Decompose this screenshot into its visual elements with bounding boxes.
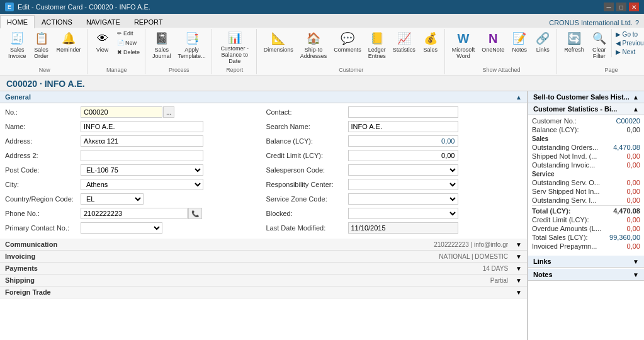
outstanding-orders-value[interactable]: 4,470.08 bbox=[613, 144, 640, 151]
right-panel-header[interactable]: Sell-to Customer Sales Hist... ▲ bbox=[528, 91, 644, 103]
next-button[interactable]: ▶ Next bbox=[614, 48, 644, 56]
links-button[interactable]: 🔗 Links bbox=[531, 29, 554, 65]
microsoft-word-button[interactable]: W MicrosoftWord bbox=[449, 29, 478, 65]
view-button[interactable]: 👁 View bbox=[91, 29, 114, 65]
servicezone-row: Service Zone Code: bbox=[266, 193, 523, 205]
close-button[interactable]: ✕ bbox=[629, 3, 639, 11]
general-section-header[interactable]: General ▲ bbox=[0, 91, 527, 103]
phone-call-button[interactable]: 📞 bbox=[188, 208, 202, 219]
onenote-icon: N bbox=[485, 31, 500, 46]
serv-shipped-value: 0,00 bbox=[627, 188, 640, 195]
servicezone-select[interactable] bbox=[348, 193, 458, 205]
outstanding-orders-stat: Outstanding Orders... 4,470.08 bbox=[532, 144, 640, 151]
edit-button[interactable]: ✏ Edit bbox=[115, 29, 143, 38]
sales-order-button[interactable]: 📋 SalesOrder bbox=[30, 29, 53, 65]
communication-header[interactable]: Communication 2102222223 | info@info.gr … bbox=[0, 239, 527, 250]
word-icon: W bbox=[456, 31, 471, 46]
onenote-button[interactable]: N OneNote bbox=[478, 29, 507, 65]
tab-home[interactable]: HOME bbox=[0, 15, 35, 28]
customer-stats-chevron: ▲ bbox=[633, 106, 639, 113]
shipping-header[interactable]: Shipping Partial ▼ bbox=[0, 275, 527, 286]
customer-no-value[interactable]: C00020 bbox=[616, 117, 640, 125]
customer-stats-header[interactable]: Customer Statistics - Bi... ▲ bbox=[528, 103, 644, 115]
links-section-header[interactable]: Links ▼ bbox=[528, 256, 644, 268]
balance-lcy-value: 0,00 bbox=[627, 126, 640, 133]
payments-header[interactable]: Payments 14 DAYS ▼ bbox=[0, 263, 527, 274]
searchname-input[interactable] bbox=[348, 121, 458, 132]
customer-balance-button[interactable]: 📊 Customer -Balance to Date bbox=[216, 29, 254, 65]
creditlimit-input[interactable] bbox=[348, 150, 458, 161]
new-button[interactable]: 📄 New bbox=[115, 38, 143, 47]
ribbon-group-report: 📊 Customer -Balance to Date Report bbox=[213, 29, 257, 74]
apply-template-button[interactable]: 📑 ApplyTemplate... bbox=[175, 29, 209, 65]
ribbon-group-manage: 👁 View ✏ Edit 📄 New ✖ Delete Manage bbox=[89, 29, 146, 74]
previous-button[interactable]: ◀ Previous bbox=[614, 39, 644, 47]
responsibility-select[interactable] bbox=[348, 179, 458, 190]
primary-contact-row: Primary Contact No.: bbox=[5, 222, 261, 234]
balance-lcy-stat: Balance (LCY): 0,00 bbox=[532, 126, 640, 133]
minimize-button[interactable]: ─ bbox=[604, 3, 614, 11]
clear-filter-button[interactable]: 🔍 ClearFilter bbox=[588, 29, 611, 65]
address-row: Address: bbox=[5, 135, 261, 147]
phone-input[interactable] bbox=[81, 208, 188, 219]
city-select[interactable]: Athens bbox=[81, 179, 203, 190]
name-input[interactable] bbox=[81, 121, 203, 132]
salesperson-select[interactable] bbox=[348, 164, 458, 176]
title-bar: E Edit - Customer Card - C00020 - INFO A… bbox=[0, 0, 644, 14]
balance-input[interactable] bbox=[348, 135, 458, 147]
name-row: Name: bbox=[5, 120, 261, 133]
tab-actions[interactable]: ACTIONS bbox=[35, 15, 79, 28]
ribbon-group-page: 🔄 Refresh 🔍 ClearFilter ▶ Go to ◀ Previo… bbox=[558, 29, 644, 74]
statistics-button[interactable]: 📈 Statistics bbox=[390, 29, 419, 65]
refresh-button[interactable]: 🔄 Refresh bbox=[561, 29, 587, 65]
communication-section: Communication 2102222223 | info@info.gr … bbox=[0, 239, 527, 251]
sales-button[interactable]: 💰 Sales bbox=[419, 29, 442, 65]
blocked-select[interactable] bbox=[348, 208, 458, 219]
window-controls: ─ □ ✕ bbox=[604, 3, 639, 11]
company-name: CRONUS International Ltd. ? bbox=[544, 18, 644, 28]
dimensions-button[interactable]: 📐 Dimensions bbox=[261, 29, 297, 65]
lastdatemodified-input bbox=[348, 222, 458, 234]
sales-journal-button[interactable]: 📓 SalesJournal bbox=[149, 29, 174, 65]
ship-to-button[interactable]: 🏠 Ship-toAddresses bbox=[297, 29, 330, 65]
ledger-entries-button[interactable]: 📒 LedgerEntries bbox=[365, 29, 389, 65]
outstanding-invoice-stat: Outstanding Invoic... 0,00 bbox=[532, 161, 640, 169]
outstanding-servo-stat: Outstanding Serv. O... 0,00 bbox=[532, 179, 640, 186]
postcode-select[interactable]: EL-106 75 bbox=[81, 164, 203, 176]
primary-contact-select[interactable] bbox=[81, 222, 162, 234]
foreigntrade-header[interactable]: Foreign Trade ▼ bbox=[0, 286, 527, 298]
no-lookup-button[interactable]: ... bbox=[163, 106, 174, 118]
ribbon-group-sendto: W MicrosoftWord N OneNote 📝 Notes 🔗 Link… bbox=[446, 29, 558, 74]
comments-icon: 💬 bbox=[340, 31, 355, 46]
reminder-button[interactable]: 🔔 Reminder bbox=[54, 29, 84, 65]
address2-input[interactable] bbox=[81, 150, 203, 161]
sales-subheader: Sales bbox=[532, 135, 640, 142]
outstanding-invoice-value: 0,00 bbox=[627, 161, 640, 169]
notes-button[interactable]: 📝 Notes bbox=[508, 29, 531, 65]
tab-report[interactable]: REPORT bbox=[127, 15, 170, 28]
address-input[interactable] bbox=[81, 135, 203, 147]
clear-filter-icon: 🔍 bbox=[592, 31, 607, 46]
sales-invoice-button[interactable]: 🧾 SalesInvoice bbox=[5, 29, 30, 65]
no-input[interactable] bbox=[81, 106, 162, 118]
goto-button[interactable]: ▶ Go to bbox=[614, 30, 644, 38]
responsibility-row: Responsibility Center: bbox=[266, 178, 523, 191]
maximize-button[interactable]: □ bbox=[616, 3, 626, 11]
outstanding-servi-stat: Outstanding Serv. I... 0,00 bbox=[532, 196, 640, 204]
ribbon-tabs: HOME ACTIONS NAVIGATE REPORT CRONUS Inte… bbox=[0, 14, 644, 28]
credit-limit-value: 0,00 bbox=[627, 216, 640, 224]
ribbon-group-new: 🧾 SalesInvoice 📋 SalesOrder 🔔 Reminder N… bbox=[3, 29, 88, 74]
total-sales-value[interactable]: 99,360,00 bbox=[609, 234, 640, 241]
comments-button[interactable]: 💬 Comments bbox=[330, 29, 364, 65]
tab-navigate[interactable]: NAVIGATE bbox=[79, 15, 127, 28]
notes-section-header[interactable]: Notes ▼ bbox=[528, 269, 644, 281]
contact-input[interactable] bbox=[348, 106, 458, 118]
apply-template-icon: 📑 bbox=[184, 31, 200, 46]
delete-button[interactable]: ✖ Delete bbox=[115, 48, 143, 57]
shipped-not-invd-stat: Shipped Not Invd. (... 0,00 bbox=[532, 152, 640, 160]
invoicing-header[interactable]: Invoicing NATIONAL | DOMESTIC ▼ bbox=[0, 251, 527, 262]
invoicing-section: Invoicing NATIONAL | DOMESTIC ▼ bbox=[0, 251, 527, 263]
country-select[interactable]: EL bbox=[81, 193, 144, 205]
help-icon[interactable]: ? bbox=[635, 19, 639, 26]
ribbon-group-customer: 📐 Dimensions 🏠 Ship-toAddresses 💬 Commen… bbox=[258, 29, 445, 74]
